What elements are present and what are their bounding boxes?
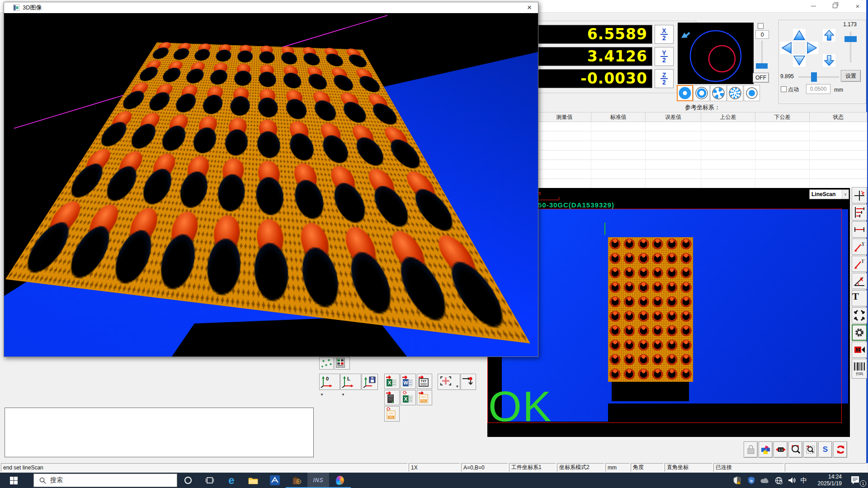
3d-viewport[interactable] [4,13,538,357]
xy-speed-slider-track[interactable] [798,76,839,78]
table-row[interactable] [538,150,867,160]
taskbar-app-tool[interactable] [286,473,307,488]
multi-distance-tool-button[interactable] [852,204,867,221]
taskbar-app-blue[interactable] [264,473,286,488]
3d-window-titlebar[interactable]: 3D图像 × [4,2,538,13]
export-xml-config-button[interactable]: </>XML [384,406,400,422]
light-multi-sector-button[interactable] [727,85,743,101]
export-database-button[interactable] [384,390,400,405]
settings-button[interactable]: 设置 [841,70,861,82]
fit-view-button[interactable] [852,307,867,324]
distance-tool-button[interactable] [852,221,867,238]
export-xml-button[interactable]: </>XML [417,390,432,405]
status-unit[interactable]: mm [605,463,630,472]
taskbar-cortana[interactable] [177,473,199,488]
light-full-ring-button[interactable] [677,85,693,101]
coord-zero-button[interactable]: 0 ▼ [319,374,340,390]
x-distance-tool-button[interactable]: X [852,239,867,255]
export-excel-button[interactable]: X [384,374,400,389]
taskbar-task-view[interactable] [199,473,221,488]
settings-gear-button[interactable] [852,324,867,341]
status-cs-mode[interactable]: 坐标系模式2 [557,463,604,472]
jog-arrows[interactable] [780,29,835,67]
status-angle[interactable]: 角度 [631,463,664,472]
table-row[interactable] [538,179,867,188]
cloud-icon[interactable] [760,476,769,484]
volume-icon[interactable] [788,476,797,484]
zoom-button[interactable] [788,441,802,458]
light-slider-thumb[interactable] [756,63,768,69]
text-tool-button[interactable]: T [852,290,867,306]
restore-button[interactable] [829,2,841,10]
dro-axis-button[interactable]: X 2 [655,25,674,44]
top-checkbox[interactable] [758,23,764,29]
light-sector-button[interactable] [710,85,726,101]
s-tool-button[interactable]: S [818,441,832,458]
table-row[interactable] [538,131,867,141]
dropdown-arrow[interactable]: ▼ [341,393,345,397]
3d-window-close-icon[interactable]: × [527,3,532,12]
start-button[interactable] [0,473,27,488]
cam-plate-hole [679,367,693,382]
table-row[interactable] [538,160,867,169]
table-cell [646,150,701,160]
export-word-button[interactable]: W [401,374,416,389]
layout-puzzle-button[interactable] [759,441,773,458]
snap-point-button[interactable] [461,374,476,390]
zoom-region-button[interactable] [803,441,817,458]
taskbar-explorer[interactable] [242,473,264,488]
status-coord-type[interactable]: 直角坐标 [665,463,712,472]
taskbar-app-ins[interactable]: INS [307,473,329,488]
refresh-button[interactable] [833,441,847,458]
table-cell [538,169,591,179]
table-header: 测量值 [538,112,591,122]
linescan-capture-button[interactable] [852,342,867,358]
y-distance-tool-button[interactable]: Y [852,256,867,272]
table-row[interactable] [538,141,867,150]
roi-crosshair-button[interactable]: ▼ [438,374,460,390]
dro-axis-button[interactable]: Y 2 [655,47,674,66]
minimize-button[interactable] [807,2,819,10]
table-row[interactable] [538,169,867,179]
network-globe-icon[interactable] [774,476,783,484]
ime-indicator[interactable]: 中 [799,476,808,484]
actual-size-button[interactable]: 1:1 [774,441,788,458]
search-box[interactable]: 搜索 [33,474,177,487]
calculator-button[interactable] [335,357,350,370]
dro-axis-button[interactable]: Z 2 [655,69,674,88]
z-speed-slider-thumb[interactable] [844,36,857,42]
camera-mode-select[interactable]: LineScan ∨ [809,189,849,199]
status-workpiece-cs[interactable]: 工件坐标系1 [509,463,556,472]
jog-step-field[interactable]: 0.0500 [806,84,830,94]
scan-code-button[interactable]: 扫码 [852,359,867,379]
xy-speed-slider-thumb[interactable] [811,72,817,82]
dropdown-arrow[interactable]: ▼ [320,393,324,397]
light-coaxial-button[interactable] [744,85,760,101]
coord-local-button[interactable]: L ▼ [340,374,361,390]
angle-tool-button[interactable]: A [852,273,867,289]
light-outer-ring-button[interactable] [693,85,710,101]
coord-save-button[interactable] [362,374,378,390]
defender-warning-icon[interactable]: ! [732,476,741,484]
taskbar-edge[interactable]: e [221,473,242,488]
jog-checkbox[interactable] [781,86,787,92]
close-button[interactable]: × [851,2,864,10]
table-cell [701,150,755,160]
table-row[interactable] [538,122,867,131]
action-center-button[interactable]: 1 [846,473,868,488]
clock[interactable]: 14:24 2025/1/19 [809,474,842,487]
dropdown-arrow[interactable]: ▼ [455,385,459,389]
taskbar-app-flame[interactable] [329,473,351,488]
point-tool-button[interactable] [852,187,867,203]
search-icon [39,477,46,484]
export-txt-button[interactable]: TXT [417,374,432,389]
export-excel-config-button[interactable]: X [401,390,416,405]
cam-plate-hole [622,338,636,353]
log-box[interactable] [5,408,314,457]
pointcloud-button[interactable] [319,357,334,370]
cam-plate-hole [637,310,651,324]
off-button[interactable]: OFF [753,73,769,83]
zero-field[interactable]: 0 [755,30,769,39]
security-shield-icon[interactable] [747,476,756,484]
lock-button[interactable] [744,441,758,458]
